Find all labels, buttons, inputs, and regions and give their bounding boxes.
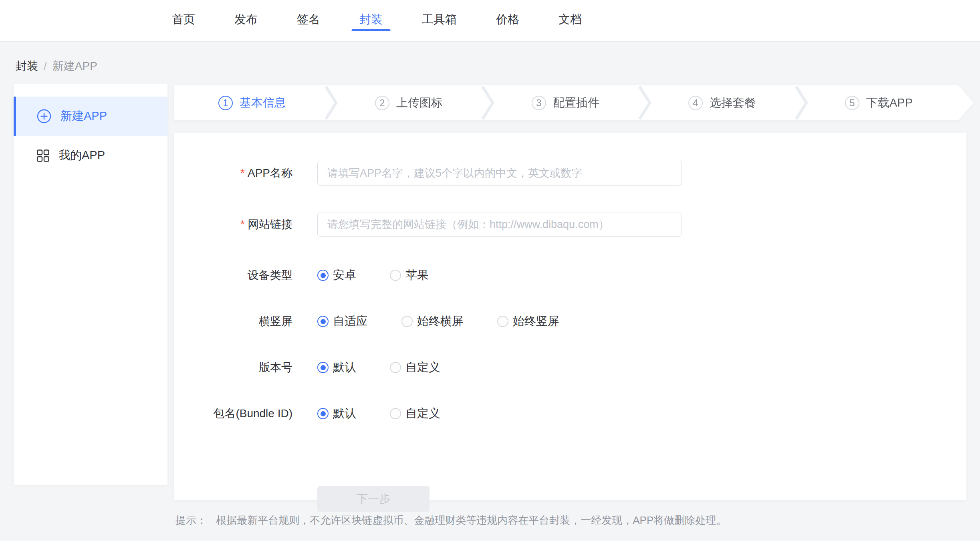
bundle-id-label-text: 包名(Bundle ID) (213, 406, 292, 421)
nav-item-publish[interactable]: 发布 (226, 0, 266, 40)
step-divider-chevron-icon (480, 85, 495, 120)
step-4-label: 选择套餐 (710, 95, 756, 111)
radio-version-default-label: 默认 (333, 359, 356, 375)
nav-item-price[interactable]: 价格 (488, 0, 527, 40)
step-divider-chevron-icon (324, 85, 338, 120)
device-type-radio-group: 安卓 苹果 (317, 267, 462, 283)
radio-bundle-default-circle (317, 408, 329, 419)
radio-always-portrait[interactable]: 始终竖屏 (497, 313, 559, 329)
step-3-label: 配置插件 (553, 95, 599, 111)
radio-always-portrait-label: 始终竖屏 (513, 313, 559, 329)
app-name-label-text: APP名称 (248, 166, 292, 181)
step-1-basic-info: 1 基本信息 (174, 85, 331, 120)
breadcrumb-item-package[interactable]: 封装 (16, 59, 38, 74)
sidebar-item-new-app-label: 新建APP (60, 108, 107, 124)
breadcrumb-item-current: 新建APP (52, 59, 97, 74)
version-label: 版本号 (174, 360, 292, 375)
steps-bar: 1 基本信息 2 上传图标 3 配置插件 4 选择套餐 5 下载APP (174, 85, 974, 120)
step-2-label: 上传图标 (396, 95, 443, 111)
device-type-label-text: 设备类型 (248, 268, 292, 283)
next-step-button[interactable]: 下一步 (317, 486, 430, 512)
breadcrumb-separator: / (44, 60, 47, 73)
step-divider-chevron-icon (637, 85, 652, 120)
tip-prefix: 提示： (175, 514, 207, 526)
radio-bundle-default-label: 默认 (333, 406, 356, 422)
step-5-label: 下载APP (866, 95, 913, 111)
nav-item-publish-label: 发布 (234, 12, 258, 28)
radio-android-dot (321, 273, 326, 278)
radio-bundle-custom-label: 自定义 (405, 406, 440, 422)
nav-item-package-label: 封装 (359, 12, 383, 28)
nav-item-home[interactable]: 首页 (164, 0, 203, 40)
radio-ios[interactable]: 苹果 (390, 267, 429, 283)
step-3-configure-plugin: 3 配置插件 (487, 85, 644, 120)
radio-ios-label: 苹果 (405, 267, 429, 283)
sidebar: 新建APP 我的APP (14, 84, 167, 485)
version-label-text: 版本号 (259, 360, 292, 375)
grid-icon (37, 149, 49, 162)
app-name-input[interactable] (317, 161, 682, 186)
step-1-number: 1 (218, 96, 233, 110)
nav-item-package[interactable]: 封装 (351, 0, 391, 40)
radio-bundle-default[interactable]: 默认 (317, 406, 356, 422)
step-4-select-plan: 4 选择套餐 (644, 85, 801, 120)
platform-rule-tip: 提示： 根据最新平台规则，不允许区块链虚拟币、金融理财类等违规内容在平台封装，一… (175, 513, 726, 527)
nav-item-toolbox-label: 工具箱 (422, 12, 457, 28)
orientation-label: 横竖屏 (174, 314, 292, 329)
radio-version-custom[interactable]: 自定义 (390, 359, 440, 375)
required-mark: * (240, 167, 245, 180)
sidebar-item-my-app-label: 我的APP (58, 147, 105, 164)
step-4-number: 4 (688, 96, 703, 110)
radio-version-default-dot (321, 365, 326, 370)
radio-version-default-circle (317, 362, 329, 373)
step-2-upload-icon: 2 上传图标 (331, 85, 487, 120)
version-radio-group: 默认 自定义 (317, 359, 474, 375)
radio-version-custom-circle (390, 362, 401, 373)
sidebar-item-my-app[interactable]: 我的APP (14, 136, 167, 175)
nav-item-signature[interactable]: 签名 (289, 0, 328, 40)
sidebar-item-new-app[interactable]: 新建APP (14, 97, 167, 136)
radio-version-custom-label: 自定义 (405, 359, 440, 375)
step-divider-chevron-icon (794, 85, 809, 120)
bundle-id-radio-group: 默认 自定义 (317, 406, 474, 422)
site-url-input[interactable] (317, 212, 682, 237)
form-row-site-url: * 网站链接 (174, 212, 966, 237)
radio-android-label: 安卓 (333, 267, 356, 283)
radio-adaptive-label: 自适应 (333, 313, 368, 329)
orientation-radio-group: 自适应 始终横屏 始终竖屏 (317, 313, 593, 329)
radio-adaptive[interactable]: 自适应 (317, 313, 368, 329)
step-1-label: 基本信息 (240, 95, 286, 111)
tip-text: 根据最新平台规则，不允许区块链虚拟币、金融理财类等违规内容在平台封装，一经发现，… (216, 514, 726, 526)
form-row-app-name: * APP名称 (174, 161, 966, 186)
radio-always-landscape-circle (401, 316, 413, 327)
radio-ios-circle (390, 270, 401, 281)
nav-item-docs[interactable]: 文档 (550, 0, 590, 40)
nav-item-docs-label: 文档 (559, 12, 582, 28)
form-row-bundle-id: 包名(Bundle ID) 默认 自定义 (174, 406, 966, 421)
site-url-label: * 网站链接 (174, 217, 292, 232)
breadcrumb: 封装 / 新建APP (16, 59, 97, 74)
site-url-label-text: 网站链接 (248, 217, 292, 232)
radio-always-landscape-label: 始终横屏 (417, 313, 464, 329)
form-row-version: 版本号 默认 自定义 (174, 360, 966, 375)
radio-version-default[interactable]: 默认 (317, 359, 356, 375)
form-row-orientation: 横竖屏 自适应 始终横屏 始终竖屏 (174, 314, 966, 329)
nav-item-price-label: 价格 (496, 12, 519, 28)
step-3-number: 3 (532, 96, 546, 110)
required-mark: * (240, 218, 245, 231)
radio-android[interactable]: 安卓 (317, 267, 356, 283)
radio-bundle-default-dot (321, 411, 326, 416)
basic-info-form-card: * APP名称 * 网站链接 设备类型 安卓 (174, 133, 966, 500)
nav-item-toolbox[interactable]: 工具箱 (414, 0, 465, 40)
nav-item-home-label: 首页 (172, 12, 195, 28)
radio-adaptive-circle (317, 316, 329, 327)
step-5-number: 5 (845, 96, 859, 110)
nav-item-signature-label: 签名 (297, 12, 320, 28)
top-nav: 首页 发布 签名 封装 工具箱 价格 文档 (0, 0, 980, 42)
nav-active-underline-bar (352, 29, 391, 31)
radio-adaptive-dot (321, 319, 326, 324)
radio-bundle-custom[interactable]: 自定义 (390, 406, 440, 422)
radio-android-circle (317, 270, 329, 281)
radio-always-landscape[interactable]: 始终横屏 (401, 313, 464, 329)
app-name-label: * APP名称 (174, 166, 292, 181)
